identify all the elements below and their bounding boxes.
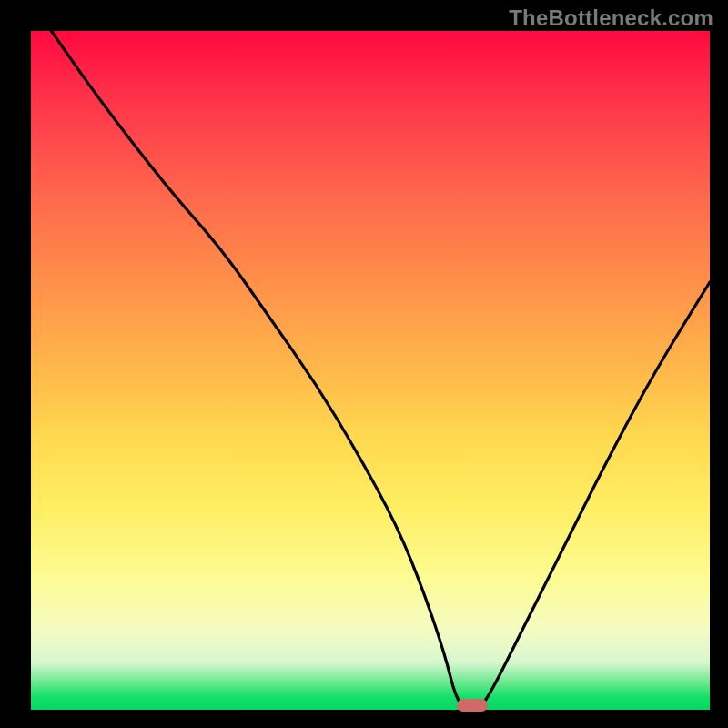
watermark-text: TheBottleneck.com [509, 5, 713, 31]
plot-area [31, 31, 710, 710]
chart-frame: TheBottleneck.com [0, 0, 728, 728]
optimal-marker [457, 699, 488, 712]
bottleneck-curve [31, 31, 710, 710]
